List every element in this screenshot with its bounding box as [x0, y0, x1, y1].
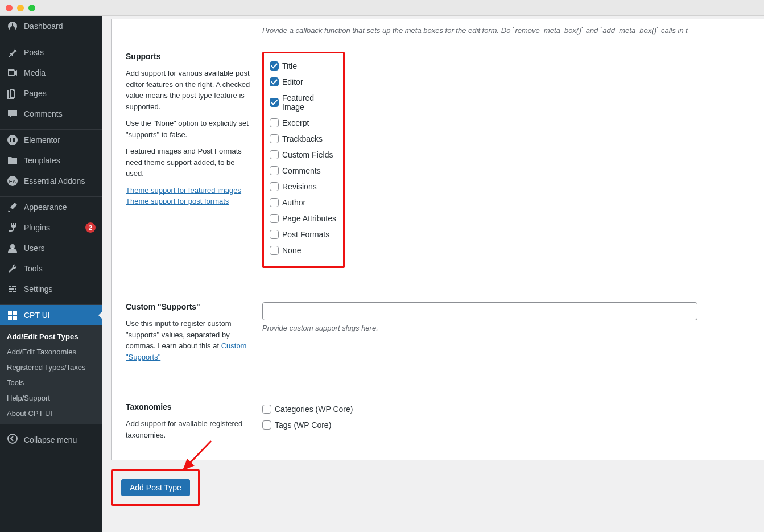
collapse-menu-button[interactable]: Collapse menu [0, 428, 102, 451]
supports-option[interactable]: Trackbacks [270, 134, 337, 143]
submenu-item[interactable]: Tools [0, 375, 102, 390]
supports-option[interactable]: Custom Fields [270, 150, 337, 159]
elementor-icon [7, 134, 18, 146]
sidebar-item-label: Essential Addons [24, 176, 96, 185]
svg-point-12 [8, 434, 17, 443]
sidebar-item-cptui[interactable]: CPT UI [0, 305, 102, 325]
window-close-icon[interactable] [6, 5, 13, 11]
add-post-type-button[interactable]: Add Post Type [121, 479, 190, 496]
sidebar-item-label: Comments [24, 109, 96, 118]
sidebar-item-appearance[interactable]: Appearance [0, 197, 102, 217]
supports-checkbox[interactable] [270, 246, 279, 255]
supports-checkbox[interactable] [270, 150, 279, 159]
supports-label: Trackbacks [282, 134, 323, 143]
taxonomy-checkbox[interactable] [262, 405, 271, 414]
svg-rect-3 [13, 139, 15, 141]
taxonomy-option[interactable]: Categories (WP Core) [262, 405, 750, 414]
supports-checkbox[interactable] [270, 98, 279, 107]
sidebar-item-essential[interactable]: EAEssential Addons [0, 171, 102, 191]
comment-icon [7, 108, 18, 119]
supports-option[interactable]: Featured Image [270, 93, 337, 112]
supports-options-highlight: TitleEditorFeatured ImageExcerptTrackbac… [262, 52, 345, 268]
svg-rect-8 [8, 311, 12, 315]
pin-icon [7, 47, 18, 58]
supports-label: None [282, 246, 301, 255]
supports-label: Author [282, 198, 305, 207]
sidebar-item-label: Posts [24, 48, 96, 57]
collapse-menu-label: Collapse menu [24, 435, 77, 444]
sidebar-item-label: Media [24, 68, 96, 77]
sidebar-item-dashboard[interactable]: Dashboard [0, 16, 102, 36]
supports-option[interactable]: Post Formats [270, 230, 337, 239]
supports-option[interactable]: Page Attributes [270, 214, 337, 223]
window-zoom-icon[interactable] [28, 5, 35, 11]
theme-support-featured-link[interactable]: Theme support for featured images [126, 186, 241, 195]
sidebar-item-templates[interactable]: Templates [0, 150, 102, 171]
sidebar-item-media[interactable]: Media [0, 63, 102, 83]
submenu-item[interactable]: About CPT UI [0, 406, 102, 421]
sidebar-item-plugins[interactable]: Plugins2 [0, 217, 102, 238]
sidebar-item-label: Elementor [24, 135, 96, 145]
supports-checkbox[interactable] [270, 230, 279, 239]
supports-option[interactable]: None [270, 246, 337, 255]
custom-supports-input[interactable] [262, 302, 697, 320]
folder-icon [7, 155, 18, 166]
sidebar-item-settings[interactable]: Settings [0, 279, 102, 299]
svg-rect-11 [13, 316, 17, 320]
wrench-icon [7, 263, 18, 274]
sidebar-item-elementor[interactable]: Elementor [0, 130, 102, 150]
supports-desc-2: Use the "None" option to explicitly set … [126, 118, 251, 140]
supports-label: Title [282, 61, 297, 71]
taxonomy-label: Tags (WP Core) [275, 420, 331, 430]
supports-desc-3: Featured images and Post Formats need th… [126, 146, 251, 179]
sliders-icon [7, 283, 18, 295]
submenu-item[interactable]: Add/Edit Post Types [0, 329, 102, 344]
supports-checkbox[interactable] [270, 61, 279, 71]
supports-option[interactable]: Editor [270, 77, 337, 86]
supports-option[interactable]: Title [270, 61, 337, 71]
main-content: Provide a callback function that sets up… [102, 16, 764, 532]
sidebar-item-label: Tools [24, 264, 96, 273]
sidebar-item-users[interactable]: Users [0, 238, 102, 258]
sidebar-item-tools[interactable]: Tools [0, 258, 102, 279]
supports-checkbox[interactable] [270, 166, 279, 175]
pages-icon [7, 88, 18, 99]
supports-checkbox[interactable] [270, 182, 279, 191]
svg-text:EA: EA [9, 179, 16, 184]
supports-label: Comments [282, 166, 321, 175]
supports-desc-1: Add support for various available post e… [126, 68, 251, 112]
supports-option[interactable]: Revisions [270, 182, 337, 191]
custom-supports-desc-text: Use this input to register custom "suppo… [126, 319, 232, 350]
supports-option[interactable]: Author [270, 198, 337, 207]
submenu-item[interactable]: Registered Types/Taxes [0, 360, 102, 375]
supports-heading: Supports [126, 52, 251, 61]
meta-box-callback-hint: Provide a callback function that sets up… [262, 19, 764, 35]
window-minimize-icon[interactable] [17, 5, 24, 11]
supports-option[interactable]: Comments [270, 166, 337, 175]
sidebar-item-comments[interactable]: Comments [0, 104, 102, 124]
sidebar-item-pages[interactable]: Pages [0, 83, 102, 104]
supports-label: Post Formats [282, 230, 329, 239]
update-badge: 2 [85, 222, 96, 233]
sidebar-item-posts[interactable]: Posts [0, 42, 102, 63]
supports-checkbox[interactable] [270, 214, 279, 223]
svg-rect-1 [10, 138, 11, 142]
collapse-icon [7, 433, 18, 446]
sidebar-item-label: Templates [24, 156, 96, 165]
user-icon [7, 242, 18, 254]
supports-checkbox[interactable] [270, 77, 279, 86]
admin-sidebar: DashboardPostsMediaPagesCommentsElemento… [0, 16, 102, 532]
sidebar-item-label: CPT UI [24, 311, 96, 320]
submenu-item[interactable]: Help/Support [0, 390, 102, 406]
supports-checkbox[interactable] [270, 198, 279, 207]
supports-checkbox[interactable] [270, 134, 279, 143]
taxonomy-checkbox[interactable] [262, 420, 271, 430]
taxonomies-desc: Add support for available registered tax… [126, 418, 251, 440]
supports-checkbox[interactable] [270, 118, 279, 127]
media-icon [7, 67, 18, 79]
ea-icon: EA [7, 175, 18, 187]
theme-support-post-formats-link[interactable]: Theme support for post formats [126, 197, 229, 205]
supports-option[interactable]: Excerpt [270, 118, 337, 127]
submenu-item[interactable]: Add/Edit Taxonomies [0, 344, 102, 360]
taxonomy-option[interactable]: Tags (WP Core) [262, 420, 750, 430]
